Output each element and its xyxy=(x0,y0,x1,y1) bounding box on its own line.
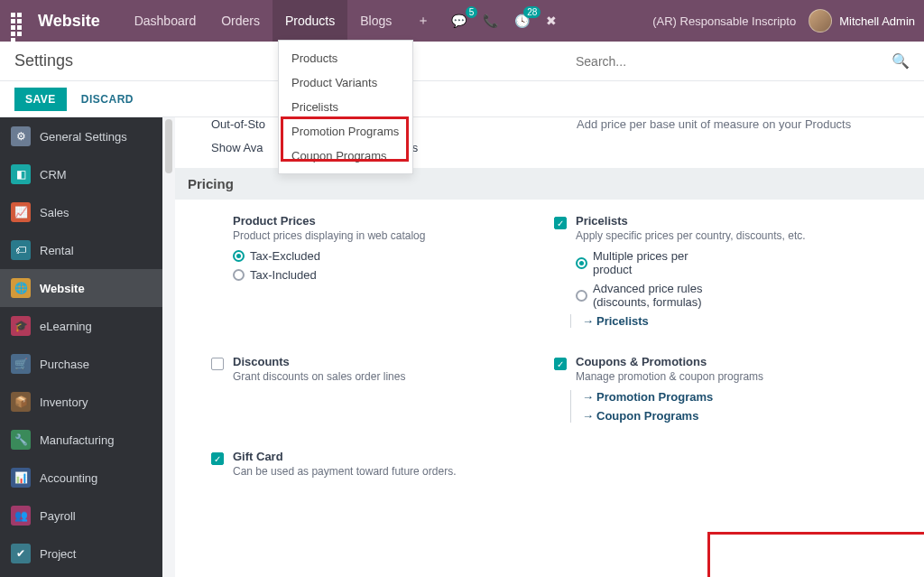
app-icon: 🛒 xyxy=(11,354,31,374)
sidebar-label: CRM xyxy=(40,168,67,181)
search-box: 🔍 xyxy=(576,52,910,70)
sidebar-item-inventory[interactable]: 📦Inventory xyxy=(0,383,162,421)
sidebar-item-website[interactable]: 🌐Website xyxy=(0,269,162,307)
dropdown-item-products[interactable]: Products xyxy=(279,46,412,70)
app-icon: ⚙ xyxy=(11,126,31,146)
checkbox-discounts[interactable] xyxy=(211,358,224,370)
company-switcher[interactable]: (AR) Responsable Inscripto xyxy=(652,14,796,28)
action-bar: SAVE DISCARD xyxy=(0,81,924,117)
dropdown-item-promo[interactable]: Promotion Programs xyxy=(279,119,412,144)
app-icon: 📈 xyxy=(11,202,31,222)
nav-icons: 💬5 📞 🕓28 ✖ xyxy=(451,14,557,28)
sidebar-label: General Settings xyxy=(40,130,127,144)
settings-content: Out-of-Stong Show AvaUnits Add price per… xyxy=(175,117,924,577)
app-icon: 📦 xyxy=(11,392,31,412)
user-name: Mitchell Admin xyxy=(839,14,915,28)
save-button[interactable]: SAVE xyxy=(14,88,67,111)
activity-icon[interactable]: 🕓28 xyxy=(514,14,530,28)
setting-coupons: Coupons & Promotions Manage promotion & … xyxy=(576,355,879,423)
stock-baseunit-desc: Add price per base unit of measure on yo… xyxy=(577,117,906,157)
body: ⚙General Settings◧CRM📈Sales🏷Rental🌐Websi… xyxy=(0,117,924,577)
activity-badge: 28 xyxy=(523,6,541,18)
top-navbar: Website Dashboard Orders Products Blogs … xyxy=(0,0,924,42)
tools-icon[interactable]: ✖ xyxy=(546,14,557,28)
tab-dashboard[interactable]: Dashboard xyxy=(122,0,209,42)
tab-blogs[interactable]: Blogs xyxy=(347,0,404,42)
sidebar-label: Manufacturing xyxy=(40,433,114,447)
app-icon: ◧ xyxy=(11,164,31,184)
checkbox-giftcard[interactable]: ✓ xyxy=(211,452,224,465)
setting-product-prices: Product Prices Product prices displaying… xyxy=(233,214,536,328)
sidebar-item-purchase[interactable]: 🛒Purchase xyxy=(0,345,162,383)
radio-dot-icon xyxy=(576,257,587,269)
search-icon[interactable]: 🔍 xyxy=(892,52,910,70)
app-icon: 🎓 xyxy=(11,316,31,336)
app-icon: ✔ xyxy=(11,544,31,563)
sidebar-label: Inventory xyxy=(40,396,88,409)
sidebar-item-payroll[interactable]: 👥Payroll xyxy=(0,497,162,535)
highlight-box-coupons xyxy=(707,532,924,577)
sidebar-wrap: ⚙General Settings◧CRM📈Sales🏷Rental🌐Websi… xyxy=(0,117,175,577)
nav-tabs: Dashboard Orders Products Blogs ＋ xyxy=(122,0,443,42)
radio-dot-icon xyxy=(576,290,587,302)
stock-outofstock-partial: Out-of-Sto xyxy=(211,117,265,131)
radio-tax-excluded[interactable]: Tax-Excluded xyxy=(233,249,536,263)
radio-advanced-rules[interactable]: Advanced price rules(discounts, formulas… xyxy=(576,282,879,309)
checkbox-pricelists[interactable]: ✓ xyxy=(554,217,567,229)
app-brand[interactable]: Website xyxy=(38,12,100,31)
sidebar-label: Website xyxy=(40,282,85,295)
sidebar-label: Rental xyxy=(40,244,74,257)
app-icon: 🔧 xyxy=(11,430,31,450)
sidebar-scrollbar[interactable] xyxy=(162,117,175,577)
radio-tax-included[interactable]: Tax-Included xyxy=(233,268,536,282)
link-promotion-programs[interactable]: Promotion Programs xyxy=(582,390,879,404)
setting-pricelists: Pricelists Apply specific prices per cou… xyxy=(576,214,879,328)
phone-icon[interactable]: 📞 xyxy=(483,14,498,28)
messages-icon[interactable]: 💬5 xyxy=(451,14,467,28)
avatar xyxy=(808,9,832,33)
sidebar-label: eLearning xyxy=(40,320,92,333)
search-input[interactable] xyxy=(576,54,882,69)
sidebar-item-general-settings[interactable]: ⚙General Settings xyxy=(0,117,162,155)
dropdown-item-coupon[interactable]: Coupon Programs xyxy=(279,144,412,168)
radio-multiple-prices[interactable]: Multiple prices perproduct xyxy=(576,249,879,276)
sidebar-item-sales[interactable]: 📈Sales xyxy=(0,193,162,231)
sidebar-item-elearning[interactable]: 🎓eLearning xyxy=(0,307,162,345)
settings-sidebar: ⚙General Settings◧CRM📈Sales🏷Rental🌐Websi… xyxy=(0,117,162,577)
breadcrumb-bar: Settings 🔍 xyxy=(0,42,924,81)
sidebar-label: Project xyxy=(40,547,76,561)
apps-grid-icon[interactable] xyxy=(9,11,29,31)
dropdown-item-pricelists[interactable]: Pricelists xyxy=(279,95,412,119)
messages-badge: 5 xyxy=(466,6,478,18)
user-menu[interactable]: Mitchell Admin xyxy=(808,9,915,33)
app-icon: 🌐 xyxy=(11,278,31,298)
sidebar-label: Accounting xyxy=(40,471,97,485)
tab-plus[interactable]: ＋ xyxy=(404,0,442,42)
sidebar-label: Purchase xyxy=(40,358,89,371)
setting-discounts: Discounts Grant discounts on sales order… xyxy=(233,355,536,423)
app-icon: 📊 xyxy=(11,468,31,488)
radio-dot-icon xyxy=(233,269,245,281)
link-coupon-programs[interactable]: Coupon Programs xyxy=(582,409,879,423)
setting-giftcard: Gift Card Can be used as payment toward … xyxy=(233,450,536,485)
sidebar-item-field-service[interactable]: 🧰Field Service xyxy=(0,572,162,577)
sidebar-label: Sales xyxy=(40,206,69,219)
app-icon: 👥 xyxy=(11,506,31,526)
radio-dot-icon xyxy=(233,250,245,262)
tab-orders[interactable]: Orders xyxy=(208,0,273,42)
tab-products[interactable]: Products xyxy=(273,0,347,42)
nav-right: (AR) Responsable Inscripto Mitchell Admi… xyxy=(652,9,915,33)
sidebar-label: Payroll xyxy=(40,509,76,523)
link-pricelists[interactable]: Pricelists xyxy=(582,314,879,328)
sidebar-item-crm[interactable]: ◧CRM xyxy=(0,155,162,193)
discard-button[interactable]: DISCARD xyxy=(81,93,134,106)
sidebar-item-manufacturing[interactable]: 🔧Manufacturing xyxy=(0,421,162,459)
sidebar-item-rental[interactable]: 🏷Rental xyxy=(0,231,162,269)
sidebar-item-accounting[interactable]: 📊Accounting xyxy=(0,459,162,497)
app-icon: 🏷 xyxy=(11,240,31,260)
sidebar-item-project[interactable]: ✔Project xyxy=(0,535,162,572)
page-title: Settings xyxy=(14,51,73,70)
dropdown-item-variants[interactable]: Product Variants xyxy=(279,70,412,95)
checkbox-coupons[interactable]: ✓ xyxy=(554,358,567,370)
stock-showavail-partial: Show Ava xyxy=(211,141,263,154)
